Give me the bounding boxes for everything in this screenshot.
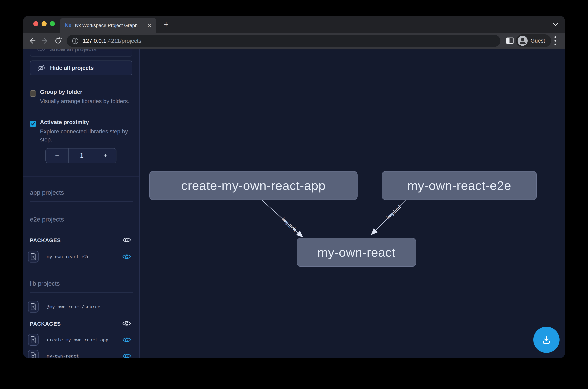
edge-label: implicit xyxy=(385,204,402,221)
e2e-projects-underline xyxy=(30,228,133,228)
checkmark-icon xyxy=(31,122,35,126)
content-area: Show all projects Hide all projects Grou… xyxy=(23,49,565,358)
hide-all-projects-label: Hide all projects xyxy=(50,65,94,71)
chevron-down-icon[interactable] xyxy=(552,22,559,27)
packages-header: PACKAGES xyxy=(30,321,133,327)
lib-projects-underline xyxy=(30,292,133,292)
project-graph-canvas[interactable]: implicit implicit create-my-own-react-ap… xyxy=(140,49,565,358)
increment-button[interactable]: + xyxy=(95,149,116,163)
forward-button[interactable] xyxy=(39,34,51,47)
graph-node-my-own-react-e2e[interactable]: my-own-react-e2e xyxy=(382,171,537,200)
project-name[interactable]: my-own-react xyxy=(47,354,79,358)
download-graph-button[interactable] xyxy=(533,327,559,353)
tab-close-icon[interactable]: ✕ xyxy=(147,23,152,28)
app-projects-underline xyxy=(30,201,133,201)
reload-button[interactable] xyxy=(52,34,64,47)
group-by-folder-label[interactable]: Group by folder xyxy=(40,89,133,95)
activate-proximity-description: Explore connected libraries step by step… xyxy=(40,128,133,144)
toggle-all-eye-icon[interactable] xyxy=(122,236,131,243)
side-panel-icon[interactable] xyxy=(505,36,515,46)
new-tab-button[interactable]: + xyxy=(162,21,170,29)
address-bar[interactable]: 127.0.0.1:4211/projects xyxy=(66,35,500,47)
tab-title: Nx Workspace Project Graph xyxy=(75,23,144,28)
packages-header-row: PACKAGES xyxy=(23,237,139,245)
sidebar: Show all projects Hide all projects Grou… xyxy=(23,49,140,358)
browser-toolbar: 127.0.0.1:4211/projects Guest xyxy=(23,33,565,49)
hide-all-projects-button[interactable]: Hide all projects xyxy=(30,61,132,75)
window-zoom-button[interactable] xyxy=(50,21,55,26)
browser-window: Nx Nx Workspace Project Graph ✕ + xyxy=(23,16,565,358)
project-row[interactable]: create-my-own-react-app xyxy=(23,334,139,346)
avatar-icon xyxy=(518,36,528,46)
nx-favicon-icon: Nx xyxy=(65,22,71,29)
eye-active-icon[interactable] xyxy=(122,253,131,260)
file-search-icon[interactable] xyxy=(28,251,38,262)
decrement-button[interactable]: − xyxy=(46,149,69,163)
download-icon xyxy=(541,334,552,345)
edge-app-to-lib[interactable] xyxy=(262,200,302,237)
packages-header-row: PACKAGES xyxy=(23,321,139,329)
graph-node-create-my-own-react-app[interactable]: create-my-own-react-app xyxy=(149,171,358,200)
file-search-icon[interactable] xyxy=(28,334,38,346)
window-close-button[interactable] xyxy=(33,21,38,26)
url-host: 127.0.0.1 xyxy=(83,38,106,44)
project-name[interactable]: my-own-react-e2e xyxy=(47,254,90,259)
eye-icon xyxy=(37,49,45,52)
proximity-depth-value: 1 xyxy=(69,149,95,163)
graph-node-my-own-react[interactable]: my-own-react xyxy=(297,238,416,267)
toggle-all-eye-icon[interactable] xyxy=(122,320,131,327)
project-name[interactable]: @my-own-react/source xyxy=(47,304,100,309)
proximity-depth-stepper: − 1 + xyxy=(45,148,116,163)
profile-label: Guest xyxy=(530,38,545,44)
activate-proximity-checkbox[interactable] xyxy=(30,121,36,127)
window-minimize-button[interactable] xyxy=(42,21,47,26)
edge-label: implicit xyxy=(280,216,298,233)
url-text: 127.0.0.1:4211/projects xyxy=(83,38,141,44)
node-label: create-my-own-react-app xyxy=(181,178,326,193)
node-label: my-own-react-e2e xyxy=(407,178,511,193)
group-by-folder-checkbox[interactable] xyxy=(30,90,36,97)
tab-strip: Nx Nx Workspace Project Graph ✕ + xyxy=(23,16,565,33)
graph-edges: implicit implicit xyxy=(140,49,565,358)
show-all-projects-label: Show all projects xyxy=(50,49,97,53)
eye-off-icon xyxy=(37,65,45,71)
back-button[interactable] xyxy=(26,34,38,47)
profile-button[interactable]: Guest xyxy=(516,34,551,47)
project-row[interactable]: my-own-react-e2e xyxy=(23,251,139,263)
browser-menu-icon[interactable] xyxy=(554,35,557,46)
project-row[interactable]: my-own-react xyxy=(23,350,139,358)
url-path: :4211/projects xyxy=(106,38,141,44)
e2e-projects-header: e2e projects xyxy=(30,216,133,223)
packages-header: PACKAGES xyxy=(30,237,133,244)
site-info-icon[interactable] xyxy=(72,37,79,44)
activate-proximity-label[interactable]: Activate proximity xyxy=(40,119,133,126)
browser-tab[interactable]: Nx Nx Workspace Project Graph ✕ xyxy=(60,18,156,33)
project-name[interactable]: create-my-own-react-app xyxy=(47,337,108,342)
sidebar-divider xyxy=(23,176,139,177)
group-by-folder-description: Visually arrange libraries by folders. xyxy=(40,97,133,105)
lib-projects-header: lib projects xyxy=(30,280,133,287)
eye-active-icon[interactable] xyxy=(122,336,131,343)
project-row[interactable]: @my-own-react/source xyxy=(23,301,139,313)
eye-active-icon[interactable] xyxy=(122,353,131,358)
node-label: my-own-react xyxy=(317,245,396,259)
show-all-projects-button[interactable]: Show all projects xyxy=(30,49,132,57)
app-projects-header: app projects xyxy=(30,189,133,196)
file-search-icon[interactable] xyxy=(28,350,38,358)
file-search-icon[interactable] xyxy=(28,301,38,313)
